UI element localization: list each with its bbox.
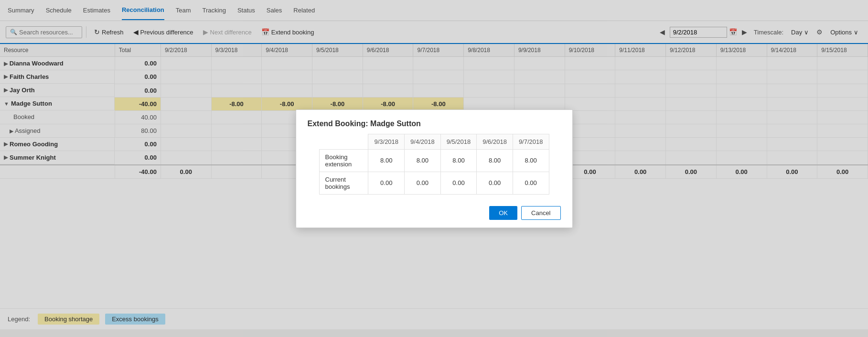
modal-cur-9-7: 0.00 bbox=[513, 172, 549, 194]
modal-cur-9-4: 0.00 bbox=[405, 172, 441, 194]
modal-ext-9-5: 8.00 bbox=[440, 149, 477, 172]
modal-col-9-4: 9/4/2018 bbox=[405, 134, 441, 149]
cancel-button[interactable]: Cancel bbox=[521, 206, 560, 220]
modal-footer: OK Cancel bbox=[296, 198, 572, 228]
modal-ext-9-6: 8.00 bbox=[477, 149, 513, 172]
modal-col-header-empty bbox=[319, 134, 368, 149]
modal-title: Extend Booking: Madge Sutton bbox=[296, 110, 572, 134]
modal-col-9-7: 9/7/2018 bbox=[513, 134, 549, 149]
modal-cur-9-6: 0.00 bbox=[477, 172, 513, 194]
modal-extend-booking: Extend Booking: Madge Sutton 9/3/2018 9/… bbox=[296, 109, 573, 228]
modal-row-label-extension: Booking extension bbox=[319, 149, 368, 172]
ok-button[interactable]: OK bbox=[489, 206, 517, 220]
modal-ext-9-3: 8.00 bbox=[368, 149, 405, 172]
modal-header-row: 9/3/2018 9/4/2018 9/5/2018 9/6/2018 9/7/… bbox=[319, 134, 549, 149]
modal-col-9-5: 9/5/2018 bbox=[440, 134, 477, 149]
modal-ext-9-4: 8.00 bbox=[405, 149, 441, 172]
modal-ext-9-7: 8.00 bbox=[513, 149, 549, 172]
modal-table: 9/3/2018 9/4/2018 9/5/2018 9/6/2018 9/7/… bbox=[319, 134, 549, 195]
modal-cur-9-3: 0.00 bbox=[368, 172, 405, 194]
modal-overlay[interactable]: Extend Booking: Madge Sutton 9/3/2018 9/… bbox=[0, 0, 868, 329]
modal-row-booking-extension: Booking extension 8.00 8.00 8.00 8.00 8.… bbox=[319, 149, 549, 172]
modal-row-label-current: Current bookings bbox=[319, 172, 368, 194]
modal-row-current-bookings: Current bookings 0.00 0.00 0.00 0.00 0.0… bbox=[319, 172, 549, 194]
modal-cur-9-5: 0.00 bbox=[440, 172, 477, 194]
modal-col-9-6: 9/6/2018 bbox=[477, 134, 513, 149]
modal-table-wrap: 9/3/2018 9/4/2018 9/5/2018 9/6/2018 9/7/… bbox=[296, 134, 572, 198]
modal-col-9-3: 9/3/2018 bbox=[368, 134, 405, 149]
